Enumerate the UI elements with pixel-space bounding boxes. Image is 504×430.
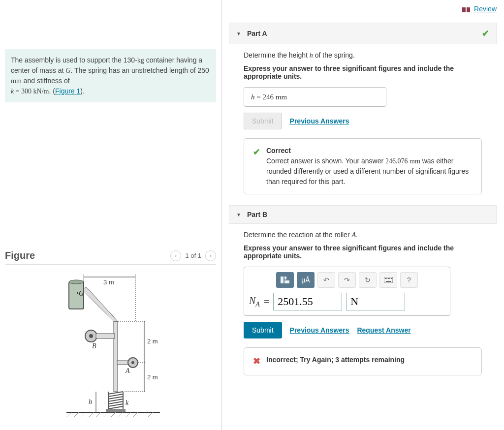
svg-rect-22 — [96, 334, 115, 338]
text: . ( — [49, 87, 55, 95]
svg-text:3 m: 3 m — [103, 278, 114, 286]
review-bar: Review — [229, 0, 497, 23]
svg-line-8 — [118, 412, 123, 417]
unit-kg: kg — [137, 57, 144, 64]
svg-line-7 — [111, 412, 116, 417]
template-button[interactable] — [276, 272, 294, 288]
request-answer-link[interactable]: Request Answer — [357, 326, 410, 334]
caret-down-icon: ▼ — [236, 212, 241, 217]
svg-rect-49 — [385, 278, 386, 279]
review-link[interactable]: Review — [474, 5, 497, 13]
feedback-text: Correct answer is shown. Your answer 246… — [266, 156, 472, 187]
help-button[interactable]: ? — [400, 272, 418, 288]
eq: = 300 kN/m — [14, 88, 49, 95]
svg-text:h: h — [89, 398, 92, 405]
svg-line-4 — [89, 412, 94, 417]
part-b-instruct: Express your answer to three significant… — [244, 244, 482, 260]
var-A: A — [351, 231, 356, 239]
previous-answers-link[interactable]: Previous Answers — [290, 326, 349, 334]
feedback-title: Correct — [266, 146, 472, 156]
svg-line-10 — [133, 412, 138, 417]
figure-nav: ‹ 1 of 1 › — [170, 250, 216, 261]
svg-marker-17 — [82, 287, 118, 321]
svg-rect-53 — [391, 278, 392, 279]
svg-line-12 — [148, 412, 153, 417]
unit-mm: mm — [11, 77, 22, 85]
part-b-title: Part B — [247, 211, 267, 218]
figure-prev-button[interactable]: ‹ — [170, 250, 181, 261]
svg-point-19 — [69, 280, 84, 284]
svg-rect-43 — [462, 7, 466, 12]
svg-text:k: k — [126, 399, 129, 406]
part-a-prompt: Determine the height h of the spring. — [244, 51, 482, 60]
previous-answers-link[interactable]: Previous Answers — [290, 117, 349, 125]
svg-rect-47 — [284, 280, 289, 283]
svg-rect-13 — [106, 409, 126, 412]
svg-line-3 — [81, 412, 86, 417]
svg-rect-48 — [384, 277, 393, 283]
problem-statement: The assembly is used to support the 130-… — [5, 49, 216, 102]
part-a-answer: h = 246 mm — [244, 87, 386, 107]
figure-link[interactable]: Figure 1 — [55, 87, 80, 95]
text: The assembly is used to support the 130- — [11, 56, 137, 64]
svg-rect-44 — [467, 7, 470, 12]
figure-next-button[interactable]: › — [205, 250, 216, 261]
feedback-text: Incorrect; Try Again; 3 attempts remaini… — [266, 355, 405, 368]
part-b-header[interactable]: ▼ Part B — [229, 205, 497, 224]
text: and stiffness of — [22, 77, 70, 85]
check-icon: ✔ — [482, 28, 489, 39]
svg-point-21 — [89, 334, 93, 338]
units-button[interactable]: μÅ — [297, 272, 315, 288]
text: . The spring has an unstretched length o… — [70, 66, 209, 74]
keyboard-button[interactable] — [379, 272, 397, 288]
svg-text:2 m: 2 m — [147, 338, 158, 345]
figure-image: •G B A 3 m 2 m 2 m — [5, 272, 216, 420]
part-b-body: Determine the reaction at the roller A. … — [229, 224, 497, 382]
part-b-prompt: Determine the reaction at the roller A. — [244, 231, 482, 239]
reset-button[interactable]: ↻ — [359, 272, 377, 288]
svg-rect-16 — [114, 321, 118, 392]
svg-line-9 — [126, 412, 130, 417]
right-panel: Review ▼ Part A ✔ Determine the height h… — [221, 0, 504, 430]
svg-text:A: A — [125, 367, 130, 374]
svg-line-2 — [74, 412, 79, 417]
svg-rect-54 — [386, 281, 391, 282]
part-a-instruct: Express your answer to three significant… — [244, 64, 482, 80]
unit-input[interactable] — [346, 293, 405, 310]
svg-rect-46 — [284, 276, 286, 279]
x-icon: ✖ — [253, 355, 260, 368]
svg-line-6 — [103, 412, 108, 417]
figure-section: Figure ‹ 1 of 1 › — [5, 250, 216, 420]
var-h: h — [251, 93, 255, 101]
var-G: G — [65, 67, 70, 74]
text: ). — [80, 87, 85, 95]
undo-button[interactable]: ↶ — [317, 272, 335, 288]
part-a-header[interactable]: ▼ Part A ✔ — [229, 23, 497, 44]
left-panel: The assembly is used to support the 130-… — [0, 0, 221, 430]
answer-label: NA — [249, 295, 260, 308]
value-input[interactable] — [273, 293, 342, 310]
part-a-title: Part A — [247, 30, 267, 37]
svg-rect-50 — [386, 278, 387, 279]
var-h: h — [310, 52, 313, 59]
svg-text:2 m: 2 m — [147, 373, 158, 381]
svg-rect-52 — [389, 278, 390, 279]
svg-text:B: B — [92, 342, 96, 350]
feedback-value: 246.076 mm — [385, 157, 420, 165]
svg-line-11 — [140, 412, 145, 417]
svg-text:•G: •G — [76, 290, 84, 297]
figure-counter: 1 of 1 — [185, 252, 201, 259]
svg-line-5 — [96, 412, 101, 417]
answer-input-row: NA = — [249, 293, 445, 310]
submit-button: Submit — [244, 113, 282, 129]
caret-down-icon: ▼ — [236, 31, 241, 36]
svg-line-1 — [66, 412, 71, 417]
part-a-body: Determine the height h of the spring. Ex… — [229, 44, 497, 201]
svg-rect-45 — [281, 276, 284, 283]
redo-button[interactable]: ↷ — [338, 272, 356, 288]
part-b-feedback: ✖ Incorrect; Try Again; 3 attempts remai… — [244, 347, 482, 375]
svg-point-25 — [131, 361, 134, 364]
submit-button[interactable]: Submit — [244, 322, 282, 338]
figure-title: Figure — [5, 250, 35, 261]
check-icon: ✔ — [253, 146, 260, 187]
